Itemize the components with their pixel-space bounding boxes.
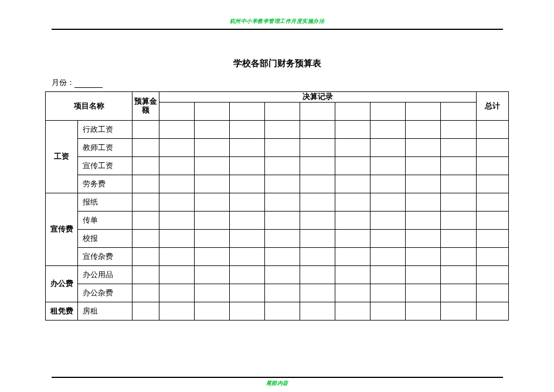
budget-amount-cell[interactable] (132, 284, 159, 302)
record-cell[interactable] (159, 302, 195, 321)
record-cell[interactable] (195, 139, 230, 157)
record-cell[interactable] (335, 230, 371, 248)
record-cell[interactable] (441, 157, 476, 175)
record-cell[interactable] (335, 302, 371, 321)
record-cell[interactable] (441, 230, 476, 248)
record-cell[interactable] (300, 230, 335, 248)
record-cell[interactable] (441, 248, 476, 266)
record-cell[interactable] (406, 212, 441, 230)
record-cell[interactable] (195, 230, 230, 248)
total-cell[interactable] (476, 157, 508, 175)
record-cell[interactable] (195, 302, 230, 321)
total-cell[interactable] (476, 175, 508, 193)
record-cell[interactable] (265, 302, 300, 321)
budget-amount-cell[interactable] (132, 193, 159, 212)
budget-amount-cell[interactable] (132, 230, 159, 248)
record-cell[interactable] (195, 121, 230, 139)
record-cell[interactable] (441, 266, 476, 284)
record-cell[interactable] (441, 302, 476, 321)
record-cell[interactable] (441, 284, 476, 302)
record-cell[interactable] (230, 284, 265, 302)
record-cell[interactable] (159, 193, 195, 212)
record-cell[interactable] (159, 175, 195, 193)
record-cell[interactable] (159, 284, 195, 302)
record-cell[interactable] (371, 284, 406, 302)
record-cell[interactable] (195, 193, 230, 212)
record-cell[interactable] (406, 284, 441, 302)
total-cell[interactable] (476, 302, 508, 321)
total-cell[interactable] (476, 248, 508, 266)
record-cell[interactable] (195, 248, 230, 266)
month-blank[interactable] (74, 80, 103, 88)
record-cell[interactable] (371, 121, 406, 139)
record-cell[interactable] (159, 121, 195, 139)
record-cell[interactable] (406, 121, 441, 139)
record-cell[interactable] (371, 248, 406, 266)
record-cell[interactable] (265, 230, 300, 248)
budget-amount-cell[interactable] (132, 175, 159, 193)
record-cell[interactable] (300, 157, 335, 175)
record-cell[interactable] (195, 284, 230, 302)
record-cell[interactable] (335, 193, 371, 212)
record-cell[interactable] (335, 139, 371, 157)
record-cell[interactable] (371, 230, 406, 248)
budget-amount-cell[interactable] (132, 121, 159, 139)
record-cell[interactable] (335, 121, 371, 139)
record-cell[interactable] (335, 248, 371, 266)
record-cell[interactable] (230, 193, 265, 212)
record-cell[interactable] (441, 212, 476, 230)
total-cell[interactable] (476, 266, 508, 284)
record-cell[interactable] (159, 139, 195, 157)
record-cell[interactable] (230, 266, 265, 284)
record-cell[interactable] (300, 193, 335, 212)
record-cell[interactable] (265, 175, 300, 193)
record-cell[interactable] (265, 121, 300, 139)
record-cell[interactable] (195, 157, 230, 175)
record-cell[interactable] (335, 175, 371, 193)
record-cell[interactable] (371, 139, 406, 157)
total-cell[interactable] (476, 212, 508, 230)
record-cell[interactable] (441, 121, 476, 139)
record-cell[interactable] (371, 175, 406, 193)
record-cell[interactable] (300, 266, 335, 284)
record-cell[interactable] (230, 175, 265, 193)
record-cell[interactable] (159, 230, 195, 248)
record-cell[interactable] (406, 193, 441, 212)
record-cell[interactable] (300, 139, 335, 157)
total-cell[interactable] (476, 284, 508, 302)
record-cell[interactable] (371, 266, 406, 284)
budget-amount-cell[interactable] (132, 157, 159, 175)
record-cell[interactable] (406, 266, 441, 284)
record-cell[interactable] (230, 139, 265, 157)
record-cell[interactable] (265, 212, 300, 230)
record-cell[interactable] (159, 157, 195, 175)
total-cell[interactable] (476, 193, 508, 212)
total-cell[interactable] (476, 230, 508, 248)
record-cell[interactable] (159, 212, 195, 230)
record-cell[interactable] (300, 212, 335, 230)
record-cell[interactable] (159, 248, 195, 266)
record-cell[interactable] (406, 157, 441, 175)
record-cell[interactable] (230, 230, 265, 248)
record-cell[interactable] (371, 157, 406, 175)
record-cell[interactable] (371, 302, 406, 321)
record-cell[interactable] (300, 121, 335, 139)
record-cell[interactable] (371, 212, 406, 230)
record-cell[interactable] (441, 139, 476, 157)
record-cell[interactable] (195, 175, 230, 193)
record-cell[interactable] (300, 284, 335, 302)
record-cell[interactable] (230, 212, 265, 230)
record-cell[interactable] (265, 193, 300, 212)
record-cell[interactable] (335, 157, 371, 175)
record-cell[interactable] (265, 139, 300, 157)
budget-amount-cell[interactable] (132, 139, 159, 157)
budget-amount-cell[interactable] (132, 248, 159, 266)
record-cell[interactable] (300, 175, 335, 193)
record-cell[interactable] (265, 284, 300, 302)
record-cell[interactable] (406, 230, 441, 248)
budget-amount-cell[interactable] (132, 266, 159, 284)
total-cell[interactable] (476, 121, 508, 139)
record-cell[interactable] (159, 266, 195, 284)
record-cell[interactable] (230, 302, 265, 321)
record-cell[interactable] (230, 157, 265, 175)
